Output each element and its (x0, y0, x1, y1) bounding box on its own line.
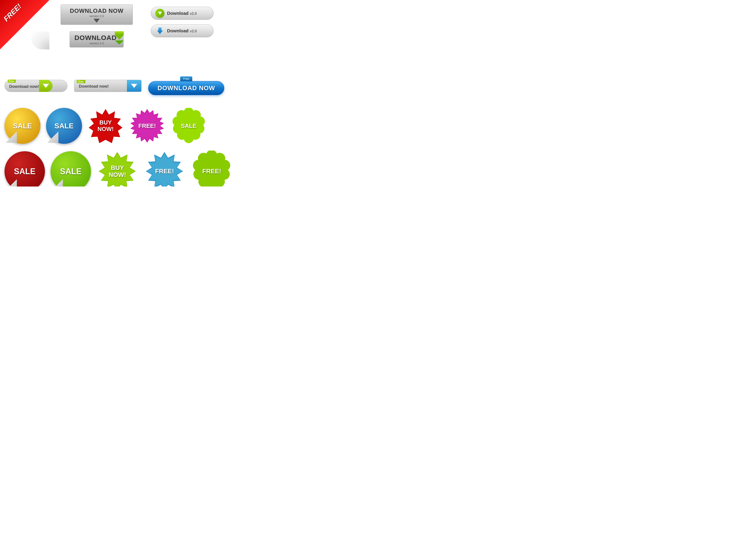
burst-lime-text: SALE (181, 123, 196, 129)
sticker-darkred-text: SALE (14, 167, 35, 176)
sticker-peel-3 (6, 179, 17, 187)
pill-blue-text: Download now! (74, 84, 127, 89)
blue-btn-text: DOWNLOAD NOW (157, 84, 215, 92)
burst-red-text: BUYNOW! (97, 119, 114, 132)
burst-lime2-buy-now[interactable]: BUYNOW! (96, 150, 138, 187)
burst-blue-text: FREE! (155, 168, 174, 175)
corner-peel-badge: FREE! (0, 0, 50, 50)
pill-green-arrow-box (39, 80, 53, 92)
sticker-blue-text: SALE (54, 122, 74, 130)
sticker-peel-2 (47, 132, 58, 143)
btn-v1-subtitle: version 2.0 (90, 15, 104, 18)
download-now-v1-button[interactable]: DOWNLOAD NOW version 2.0 (61, 4, 133, 25)
sticker-darkred-sale[interactable]: SALE (4, 151, 45, 187)
green-arrow-icon (155, 9, 165, 18)
burst-lime3-free[interactable]: FREE! (191, 150, 232, 187)
sticker-peel (6, 132, 17, 143)
btn-v2-subtitle: version 2.0 (90, 41, 104, 45)
sticker-peel-4 (52, 179, 63, 187)
btn-v1-title: DOWNLOAD NOW (70, 7, 123, 15)
download-v2-button[interactable]: DOWNLOAD version 2.0 (69, 31, 123, 48)
sticker-blue-sale[interactable]: SALE (46, 108, 82, 144)
sticker-yellow-text: SALE (13, 122, 32, 130)
burst-lime-sale[interactable]: SALE (171, 108, 207, 144)
download-pill-blue-button[interactable]: Free Download now! (74, 80, 142, 92)
burst-lime2-text: BUYNOW! (109, 165, 126, 178)
btn-round-blue-text: Download v2.0 (167, 28, 197, 33)
download-blue-big-button[interactable]: Free DOWNLOAD NOW (148, 76, 224, 95)
burst-red-buy-now[interactable]: BUYNOW! (88, 108, 123, 144)
pill-blue-arrow-box (127, 80, 141, 92)
sticker-green-sale[interactable]: SALE (51, 151, 91, 187)
pill-green-text: Download now! (9, 84, 39, 89)
burst-lime3-text: FREE! (202, 168, 221, 175)
sticker-green-text: SALE (60, 167, 82, 176)
btn-v2-title: DOWNLOAD (74, 34, 117, 41)
pill-green-free: Free (8, 80, 16, 83)
pill-blue-free: Free (77, 80, 85, 83)
burst-magenta-free[interactable]: FREE! (129, 108, 165, 144)
blue-btn-free-tag: Free (180, 76, 193, 81)
blue-arrow-icon (155, 26, 165, 35)
btn-round-green-text: Download v2.0 (167, 11, 197, 16)
download-round-blue-button[interactable]: Download v2.0 (151, 24, 213, 37)
download-pill-green-button[interactable]: Free Download now! (4, 80, 67, 92)
btn-v1-arrow (93, 19, 100, 23)
burst-blue-free[interactable]: FREE! (144, 150, 185, 187)
download-round-green-button[interactable]: Download v2.0 (151, 7, 213, 20)
sticker-yellow-sale[interactable]: SALE (4, 108, 40, 144)
burst-magenta-text: FREE! (138, 123, 156, 129)
